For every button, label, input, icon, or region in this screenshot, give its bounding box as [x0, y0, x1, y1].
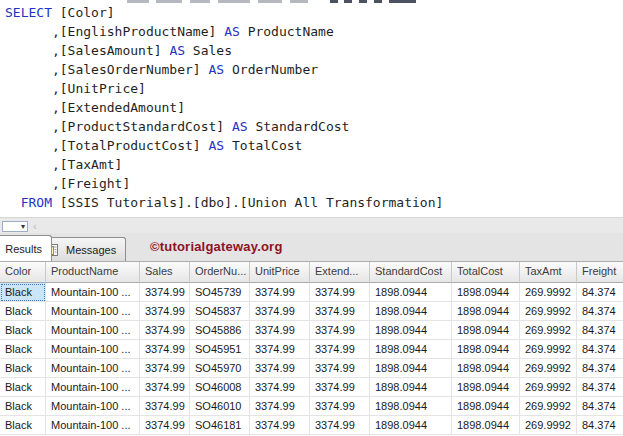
grid-cell[interactable]: 3374.99 — [140, 321, 190, 340]
grid-cell[interactable]: Black — [0, 397, 46, 416]
tab-results-label: Results — [5, 243, 42, 255]
column-header-color[interactable]: Color — [0, 262, 46, 283]
grid-cell[interactable]: Mountain-100 ... — [46, 397, 140, 416]
grid-cell[interactable]: 84.374 — [577, 340, 623, 359]
grid-cell[interactable]: 84.374 — [577, 359, 623, 378]
grid-cell[interactable]: 1898.0944 — [370, 397, 452, 416]
column-header-extend[interactable]: Extend... — [310, 262, 370, 283]
grid-cell[interactable]: SO45970 — [190, 359, 250, 378]
grid-cell[interactable]: 3374.99 — [140, 359, 190, 378]
grid-cell[interactable]: 3374.99 — [250, 302, 310, 321]
grid-cell[interactable]: 1898.0944 — [370, 283, 452, 302]
chevron-left-icon[interactable]: ‹ — [33, 219, 37, 233]
grid-cell[interactable]: 1898.0944 — [452, 378, 520, 397]
grid-cell[interactable]: 3374.99 — [140, 302, 190, 321]
grid-cell[interactable]: 269.9992 — [520, 302, 577, 321]
grid-cell[interactable]: 3374.99 — [310, 340, 370, 359]
column-header-sales[interactable]: Sales — [140, 262, 190, 283]
grid-cell[interactable]: 3374.99 — [310, 283, 370, 302]
grid-cell[interactable]: Black — [0, 359, 46, 378]
column-header-productname[interactable]: ProductName — [46, 262, 140, 283]
grid-cell[interactable]: 269.9992 — [520, 378, 577, 397]
grid-cell[interactable]: 84.374 — [577, 321, 623, 340]
grid-cell[interactable]: 1898.0944 — [370, 340, 452, 359]
grid-cell[interactable]: 3374.99 — [310, 397, 370, 416]
grid-cell[interactable]: Mountain-100 ... — [46, 340, 140, 359]
grid-cell[interactable]: 84.374 — [577, 416, 623, 435]
grid-cell[interactable]: 1898.0944 — [370, 302, 452, 321]
grid-cell[interactable]: 269.9992 — [520, 283, 577, 302]
grid-cell[interactable]: Black — [0, 283, 46, 302]
grid-cell[interactable]: 1898.0944 — [452, 302, 520, 321]
grid-cell[interactable]: 3374.99 — [250, 283, 310, 302]
grid-cell[interactable]: 3374.99 — [250, 340, 310, 359]
grid-cell[interactable]: 269.9992 — [520, 416, 577, 435]
grid-cell[interactable]: 84.374 — [577, 283, 623, 302]
sql-line: FROM [SSIS Tutorials].[dbo].[Union All T… — [5, 193, 623, 212]
grid-cell[interactable]: 3374.99 — [250, 321, 310, 340]
tab-results[interactable]: Results — [0, 235, 52, 261]
grid-cell[interactable]: Mountain-100 ... — [46, 378, 140, 397]
grid-cell[interactable]: SO46008 — [190, 378, 250, 397]
grid-cell[interactable]: 84.374 — [577, 397, 623, 416]
grid-cell[interactable]: Mountain-100 ... — [46, 359, 140, 378]
grid-cell[interactable]: 3374.99 — [310, 378, 370, 397]
grid-cell[interactable]: 1898.0944 — [370, 416, 452, 435]
grid-cell[interactable]: 3374.99 — [310, 302, 370, 321]
grid-cell[interactable]: 1898.0944 — [370, 378, 452, 397]
grid-cell[interactable]: 3374.99 — [250, 359, 310, 378]
grid-cell[interactable]: Mountain-100 ... — [46, 416, 140, 435]
sql-editor[interactable]: SELECT [Color] ,[EnglishProductName] AS … — [0, 3, 623, 217]
grid-cell[interactable]: 84.374 — [577, 378, 623, 397]
grid-cell[interactable]: Black — [0, 416, 46, 435]
column-header-unitprice[interactable]: UnitPrice — [250, 262, 310, 283]
column-header-taxamt[interactable]: TaxAmt — [520, 262, 577, 283]
grid-cell[interactable]: 1898.0944 — [452, 321, 520, 340]
grid-cell[interactable]: Black — [0, 321, 46, 340]
grid-cell[interactable]: 3374.99 — [310, 359, 370, 378]
dropdown-button[interactable]: ▾ — [2, 221, 28, 232]
grid-cell[interactable]: Mountain-100 ... — [46, 321, 140, 340]
grid-cell[interactable]: SO45837 — [190, 302, 250, 321]
grid-cell[interactable]: 3374.99 — [140, 378, 190, 397]
grid-cell[interactable]: 3374.99 — [140, 416, 190, 435]
grid-cell[interactable]: 3374.99 — [250, 397, 310, 416]
column-header-ordernu[interactable]: OrderNu... — [190, 262, 250, 283]
results-tab-bar: Results Messages ©tutorialgateway.org — [0, 233, 623, 262]
grid-cell[interactable]: SO45886 — [190, 321, 250, 340]
grid-cell[interactable]: 3374.99 — [310, 321, 370, 340]
grid-cell[interactable]: SO46181 — [190, 416, 250, 435]
grid-cell[interactable]: 269.9992 — [520, 359, 577, 378]
grid-cell[interactable]: Black — [0, 340, 46, 359]
sql-line: ,[SalesOrderNumber] AS OrderNumber — [5, 60, 623, 79]
grid-cell[interactable]: 1898.0944 — [370, 359, 452, 378]
grid-cell[interactable]: 1898.0944 — [452, 283, 520, 302]
grid-cell[interactable]: 1898.0944 — [452, 340, 520, 359]
grid-cell[interactable]: Black — [0, 378, 46, 397]
grid-cell[interactable]: 1898.0944 — [452, 416, 520, 435]
grid-cell[interactable]: Mountain-100 ... — [46, 302, 140, 321]
grid-cell[interactable]: 1898.0944 — [452, 397, 520, 416]
grid-cell[interactable]: 3374.99 — [140, 397, 190, 416]
grid-cell[interactable]: Mountain-100 ... — [46, 283, 140, 302]
grid-cell[interactable]: 3374.99 — [140, 340, 190, 359]
grid-cell[interactable]: 269.9992 — [520, 340, 577, 359]
grid-cell[interactable]: 1898.0944 — [370, 321, 452, 340]
column-header-standardcost[interactable]: StandardCost — [370, 262, 452, 283]
grid-cell[interactable]: SO45951 — [190, 340, 250, 359]
grid-cell[interactable]: 3374.99 — [250, 416, 310, 435]
grid-cell[interactable]: 3374.99 — [250, 378, 310, 397]
grid-cell[interactable]: SO45739 — [190, 283, 250, 302]
grid-cell[interactable]: SO46010 — [190, 397, 250, 416]
grid-cell[interactable]: 269.9992 — [520, 397, 577, 416]
grid-cell[interactable]: 3374.99 — [140, 283, 190, 302]
grid-cell[interactable]: 1898.0944 — [452, 359, 520, 378]
column-header-freight[interactable]: Freight — [577, 262, 623, 283]
grid-cell[interactable]: 84.374 — [577, 302, 623, 321]
table-row: BlackMountain-100 ...3374.99SO457393374.… — [0, 283, 623, 302]
grid-cell[interactable]: 269.9992 — [520, 321, 577, 340]
grid-cell[interactable]: Black — [0, 302, 46, 321]
grid-cell[interactable]: 3374.99 — [310, 416, 370, 435]
dropdown-arrow-icon: ▾ — [21, 222, 25, 231]
column-header-totalcost[interactable]: TotalCost — [452, 262, 520, 283]
